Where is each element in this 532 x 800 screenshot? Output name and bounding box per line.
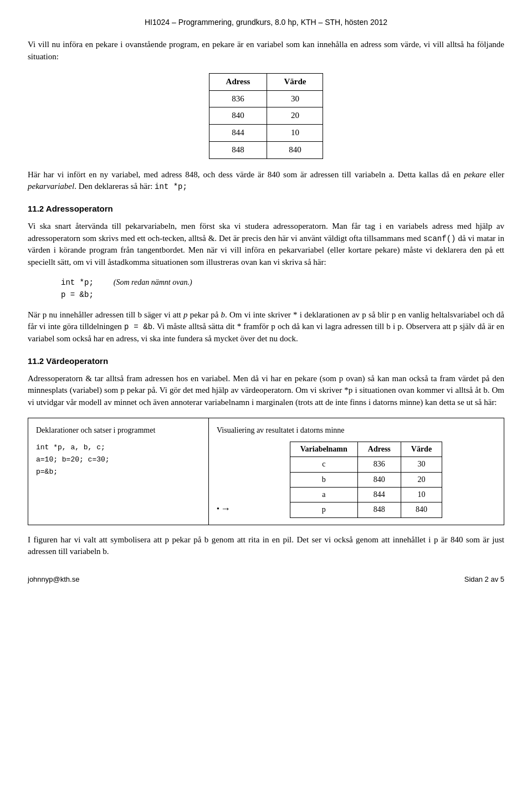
address-table: Adress Värde 836308402084410848840 <box>209 73 324 159</box>
table-row: 844 <box>209 125 267 142</box>
table-row: 848 <box>209 141 267 158</box>
mem-col-header: Adress <box>357 442 401 457</box>
table-row: 30 <box>267 90 323 107</box>
varde-para: Adressoperatorn & tar alltså fram adress… <box>28 373 504 409</box>
page-footer: johnnyp@kth.se Sidan 2 av 5 <box>28 575 504 585</box>
table-row: p <box>290 502 357 517</box>
table-row: 10 <box>267 125 323 142</box>
table-row: 836 <box>209 90 267 107</box>
list-item: a=10; b=20; c=30; <box>36 454 201 466</box>
mem-col-header: Värde <box>401 442 442 457</box>
section-11-2b-heading: 11.2 Värdeoperatorn <box>28 355 504 367</box>
table-row: 840 <box>357 472 401 487</box>
footer-page: Sidan 2 av 5 <box>464 575 504 585</box>
mem-vis-wrapper: ● → VariabelnamnAdressVärdec83630b84020a… <box>217 442 496 517</box>
bottom-left-code: int *p, a, b, c;a=10; b=20; c=30;p=&b; <box>36 442 201 478</box>
page-header: HI1024 – Programmering, grundkurs, 8.0 h… <box>28 17 504 28</box>
list-item: int *p, a, b, c; <box>36 442 201 454</box>
table-row: c <box>290 457 357 472</box>
table-row: b <box>290 472 357 487</box>
table-row: 840 <box>401 502 442 517</box>
bottom-right-heading: Visualiering av resultatet i datorns min… <box>217 425 496 436</box>
footer-email: johnnyp@kth.se <box>28 575 79 585</box>
adress-para: Vi ska snart återvända till pekarvariabe… <box>28 220 504 269</box>
table-row: 836 <box>357 457 401 472</box>
address-table-wrapper: Adress Värde 836308402084410848840 <box>28 73 504 159</box>
table-row: a <box>290 488 357 502</box>
table-row: 840 <box>209 107 267 125</box>
code-comment1: (Som redan nämnt ovan.) <box>114 276 192 289</box>
list-item: p=&b; <box>36 466 201 478</box>
dot-icon: ● <box>217 505 219 512</box>
intro-paragraph: Vi vill nu införa en pekare i ovanståend… <box>28 39 504 63</box>
table-row: 10 <box>401 488 442 502</box>
mem-table: VariabelnamnAdressVärdec83630b84020a8441… <box>290 442 442 517</box>
bottom-left-cell: Deklarationer och satser i programmet in… <box>28 418 209 525</box>
table-row: 848 <box>357 502 401 517</box>
para-p-nu: När p nu innehåller adressen till b säge… <box>28 309 504 345</box>
table-row: 844 <box>357 488 401 502</box>
bottom-right-cell: Visualiering av resultatet i datorns min… <box>209 418 504 525</box>
table-row: 20 <box>401 472 442 487</box>
value-col-header: Värde <box>267 73 323 90</box>
table-row: 840 <box>267 141 323 158</box>
bottom-table: Deklarationer och satser i programmet in… <box>28 418 504 525</box>
code-block: int *p; (Som redan nämnt ovan.) p = &b; <box>61 276 504 301</box>
code-line2: p = &b; <box>61 289 504 301</box>
table-row: 30 <box>401 457 442 472</box>
arrow-right-icon: → <box>221 504 231 514</box>
bottom-left-heading: Deklarationer och satser i programmet <box>36 425 201 436</box>
arrow-column: ● → <box>217 442 231 516</box>
address-col-header: Adress <box>209 73 267 90</box>
para-after-table: Här har vi infört en ny variabel, med ad… <box>28 169 504 193</box>
table-row: 20 <box>267 107 323 125</box>
figure-caption: I figuren har vi valt att symbolisera at… <box>28 534 504 558</box>
code-line1: int *p; <box>61 276 94 289</box>
section-11-2-heading: 11.2 Adressoperatorn <box>28 203 504 215</box>
mem-col-header: Variabelnamn <box>290 442 357 457</box>
